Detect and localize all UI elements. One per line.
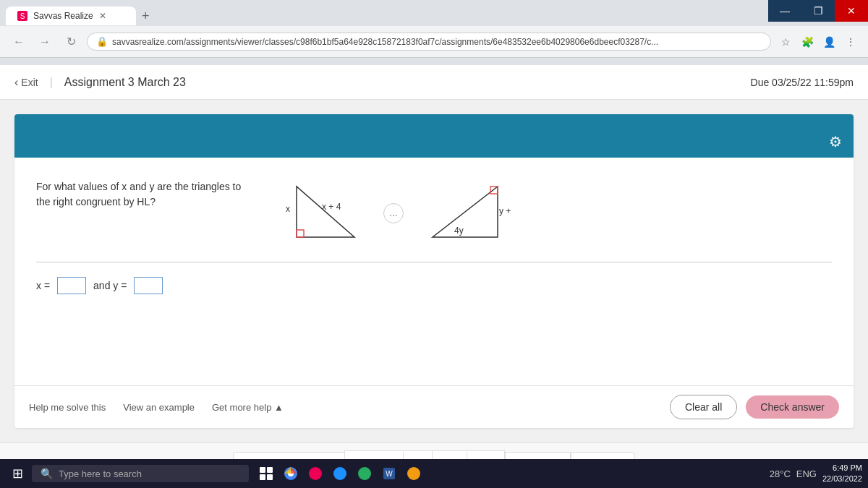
- exit-label: Exit: [21, 77, 38, 88]
- app-icon-4[interactable]: W: [378, 462, 401, 485]
- taskbar-time-display: 6:49 PM: [822, 463, 862, 474]
- restore-button[interactable]: ❐: [801, 0, 835, 22]
- svg-rect-11: [267, 474, 273, 480]
- exit-arrow-icon: ‹: [14, 76, 18, 89]
- svg-marker-4: [433, 187, 498, 237]
- extensions-icon[interactable]: 🧩: [799, 33, 816, 51]
- svg-point-16: [358, 467, 371, 480]
- bottom-toolbar: Help me solve this View an example Get m…: [14, 385, 854, 428]
- question-header: ⚙: [14, 114, 854, 158]
- task-view-icon[interactable]: [255, 462, 278, 485]
- y-equals-label: and y =: [93, 280, 127, 291]
- content-area: ⚙ For what values of x and y are the tri…: [0, 100, 868, 442]
- clear-all-button[interactable]: Clear all: [670, 395, 737, 419]
- browser-tab[interactable]: S Savvas Realize ✕: [6, 7, 136, 25]
- start-button[interactable]: ⊞: [6, 462, 29, 485]
- bottom-actions: Clear all Check answer: [670, 395, 839, 419]
- view-example-link[interactable]: View an example: [123, 402, 195, 413]
- x-equals-label: x =: [36, 280, 50, 291]
- due-date: Due 03/25/22 11:59pm: [751, 77, 854, 88]
- tab-close-icon[interactable]: ✕: [99, 11, 106, 21]
- tab-title: Savvas Realize: [33, 11, 93, 21]
- y-input[interactable]: [134, 277, 163, 294]
- question-panel: ⚙ For what values of x and y are the tri…: [14, 114, 854, 428]
- assignment-title: Assignment 3 March 23: [64, 76, 186, 89]
- svg-rect-9: [267, 467, 273, 473]
- right-triangle: 4y y + 2: [425, 179, 512, 247]
- svg-point-19: [407, 467, 420, 480]
- taskbar: ⊞ 🔍 Type here to search W: [0, 459, 868, 488]
- check-answer-button[interactable]: Check answer: [746, 395, 839, 419]
- answer-row: x = and y =: [36, 277, 832, 294]
- windows-icon: ⊞: [12, 466, 23, 481]
- top-bar: ‹ Exit | Assignment 3 March 23 Due 03/25…: [0, 65, 868, 100]
- svg-marker-0: [297, 187, 354, 237]
- svg-text:y + 2: y + 2: [499, 206, 512, 216]
- taskbar-lang: ENG: [796, 468, 817, 479]
- svg-text:x: x: [286, 204, 290, 214]
- more-options-button[interactable]: …: [383, 203, 404, 223]
- taskbar-date-display: 22/03/2022: [822, 474, 862, 484]
- taskbar-clock: 6:49 PM 22/03/2022: [822, 463, 862, 485]
- tab-favicon: S: [17, 11, 27, 21]
- question-text: For what values of x and y are the trian…: [36, 179, 253, 210]
- exit-button[interactable]: ‹ Exit: [14, 76, 38, 89]
- svg-point-15: [333, 467, 346, 480]
- settings-icon[interactable]: ⚙: [829, 133, 842, 150]
- taskbar-search-placeholder: Type here to search: [59, 468, 142, 479]
- app-icon-2[interactable]: [328, 462, 352, 485]
- svg-rect-8: [260, 467, 265, 473]
- separator: [36, 262, 832, 262]
- reload-button[interactable]: ↻: [61, 32, 81, 52]
- bookmark-icon[interactable]: ☆: [777, 33, 794, 51]
- svg-text:W: W: [386, 470, 393, 478]
- forward-nav-button[interactable]: →: [35, 32, 55, 52]
- app-icon-1[interactable]: [304, 462, 327, 485]
- svg-point-14: [309, 467, 322, 480]
- left-triangle: x x + 4: [282, 179, 362, 247]
- exit-nav: ‹ Exit | Assignment 3 March 23: [14, 76, 186, 89]
- taskbar-search[interactable]: 🔍 Type here to search: [32, 465, 249, 482]
- address-bar[interactable]: 🔒 savvasrealize.com/assignments/viewer/c…: [87, 33, 771, 51]
- url-text: savvasrealize.com/assignments/viewer/cla…: [112, 37, 762, 47]
- svg-rect-10: [260, 474, 265, 480]
- svg-text:x + 4: x + 4: [322, 202, 341, 212]
- get-more-help-link[interactable]: Get more help ▲: [212, 402, 284, 413]
- svg-text:4y: 4y: [454, 226, 464, 236]
- profile-icon[interactable]: 👤: [820, 33, 838, 51]
- help-solve-link[interactable]: Help me solve this: [29, 402, 106, 413]
- x-input[interactable]: [57, 277, 86, 294]
- right-triangle-svg: 4y y + 2: [425, 179, 512, 244]
- back-nav-button[interactable]: ←: [9, 32, 29, 52]
- close-button[interactable]: ✕: [835, 0, 868, 22]
- question-body: For what values of x and y are the trian…: [14, 158, 854, 385]
- chrome-icon[interactable]: [279, 462, 302, 485]
- taskbar-icons: W: [255, 462, 425, 485]
- help-links: Help me solve this View an example Get m…: [29, 402, 284, 413]
- taskbar-search-icon: 🔍: [41, 468, 53, 479]
- taskbar-sys-icons: 28°C ENG: [770, 468, 817, 479]
- left-triangle-svg: x x + 4: [282, 179, 362, 244]
- new-tab-button[interactable]: +: [136, 9, 156, 24]
- taskbar-right: 28°C ENG 6:49 PM 22/03/2022: [770, 463, 862, 485]
- menu-icon[interactable]: ⋮: [842, 33, 859, 51]
- diagram-area: x x + 4 …: [282, 179, 512, 247]
- app-icon-3[interactable]: [353, 462, 376, 485]
- taskbar-temp: 28°C: [770, 468, 791, 479]
- app-icon-5[interactable]: [402, 462, 425, 485]
- minimize-button[interactable]: —: [768, 0, 801, 22]
